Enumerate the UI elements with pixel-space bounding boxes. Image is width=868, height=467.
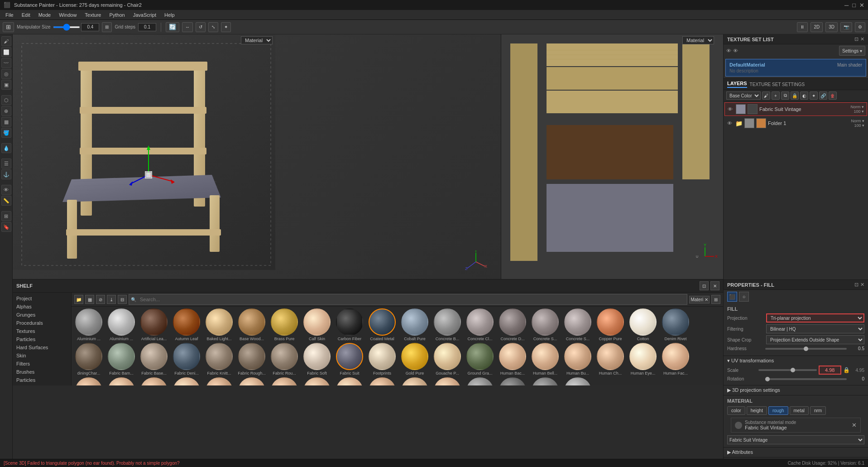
view-cam-button[interactable]: 📷: [840, 22, 852, 32]
transform2-button[interactable]: ⊕: [1, 106, 11, 116]
scale-slider[interactable]: [758, 369, 817, 371]
shelf-material-item[interactable]: Carbon Fiber: [334, 308, 365, 341]
viewport-3d[interactable]: Material Y X Z: [13, 34, 501, 279]
anchor-button[interactable]: ⚓: [1, 169, 11, 179]
shelf-material-item[interactable]: Human For...: [106, 377, 137, 385]
shelf-material-item[interactable]: Fabric Bam...: [106, 343, 137, 376]
mat-nrm-btn[interactable]: nrm: [810, 406, 826, 415]
shelf-material-item[interactable]: Human Fe...: [73, 377, 104, 385]
shelf-material-item[interactable]: Fabric Suit: [334, 343, 365, 376]
shelf-category-alphas[interactable]: Alphas: [13, 303, 71, 311]
mat-color-btn[interactable]: color: [727, 406, 745, 415]
shelf-material-item[interactable]: Human No...: [334, 377, 365, 385]
shelf-material-item[interactable]: Concrete Cl...: [465, 308, 495, 341]
shelf-material-item[interactable]: Human Bu...: [562, 343, 593, 376]
mat-metal-btn[interactable]: metal: [790, 406, 809, 415]
channel-select[interactable]: Base Color: [726, 91, 761, 100]
shelf-material-item[interactable]: Fabric Deni...: [171, 343, 202, 376]
shelf-category-filters[interactable]: Filters: [13, 360, 71, 368]
shelf-category-tools[interactable]: Tools: [13, 384, 71, 385]
shelf-material-item[interactable]: Fabric Knitt...: [204, 343, 235, 376]
scale-input[interactable]: [819, 366, 841, 375]
shelf-category-particles2[interactable]: Particles: [13, 376, 71, 384]
layer-folder-visibility-icon[interactable]: 👁: [727, 120, 734, 126]
shelf-material-item[interactable]: Human Wri...: [432, 377, 463, 385]
shelf-material-item[interactable]: Fabric Soft: [302, 343, 332, 376]
menu-edit[interactable]: Edit: [18, 11, 34, 19]
menu-file[interactable]: File: [2, 11, 17, 19]
shelf-material-item[interactable]: Human Mo...: [236, 377, 267, 385]
color-picker-button[interactable]: 💧: [1, 143, 11, 153]
shelf-category-brushes[interactable]: Brushes: [13, 368, 71, 376]
filtering-select[interactable]: Bilinear | HQ: [766, 324, 864, 333]
tab-texture-set-settings[interactable]: TEXTURE SET SETTINGS: [750, 82, 805, 87]
fill-tool-button[interactable]: ▣: [1, 80, 11, 90]
layer-mask-btn[interactable]: ◐: [800, 91, 808, 100]
snap-button[interactable]: 🔄: [166, 22, 179, 32]
close-button[interactable]: ✕: [859, 2, 864, 9]
2d-canvas[interactable]: Y X U Material: [501, 34, 723, 279]
texture-set-view2-btn[interactable]: 👁: [733, 48, 738, 53]
manipulator-size-slider[interactable]: [53, 26, 80, 28]
menu-javascript[interactable]: JavaScript: [129, 11, 160, 19]
shelf-material-item[interactable]: Ground Gra...: [465, 343, 495, 376]
texture-set-settings-btn[interactable]: Settings ▾: [839, 46, 865, 56]
extra-button[interactable]: ⊞: [1, 211, 11, 221]
shelf-material-item[interactable]: Human Leg...: [204, 377, 235, 385]
maximize-button[interactable]: □: [852, 2, 856, 9]
shelf-material-item[interactable]: Gouache P...: [432, 343, 463, 376]
eraser-tool-button[interactable]: ⬜: [1, 47, 11, 57]
view-options-button[interactable]: 👁: [1, 185, 11, 195]
transform-tool-button[interactable]: ⊞: [3, 22, 14, 32]
shelf-material-item[interactable]: diningChar...: [73, 343, 104, 376]
scale-tool-button[interactable]: ⤡: [208, 22, 218, 32]
grid-options-button[interactable]: ⊞: [102, 22, 112, 32]
substance-mode-select[interactable]: Fabric Suit Vintage: [727, 435, 864, 444]
texture-set-view1-btn[interactable]: 👁: [726, 48, 731, 53]
shelf-material-item[interactable]: Footprints: [367, 343, 398, 376]
smudge-tool-button[interactable]: 〰: [1, 58, 11, 68]
layer-delete-btn[interactable]: 🗑: [829, 91, 837, 100]
mat-rough-btn[interactable]: rough: [768, 406, 788, 415]
shelf-material-item[interactable]: Artificial Lea...: [139, 308, 169, 341]
shelf-material-item[interactable]: Baked Light...: [204, 308, 235, 341]
universal-tool-button[interactable]: ✦: [221, 22, 231, 32]
extra2-button[interactable]: 🔖: [1, 222, 11, 232]
shelf-material-item[interactable]: Human Bell...: [530, 343, 561, 376]
shelf-material-item[interactable]: Concrete S...: [530, 308, 561, 341]
shelf-material-item[interactable]: Gold Pure: [399, 343, 430, 376]
viewport3d-mode-selector[interactable]: Material: [241, 36, 273, 44]
shelf-material-item[interactable]: Iron Chain...: [497, 377, 528, 385]
shelf-category-procedurals[interactable]: Procedurals: [13, 319, 71, 327]
shelf-material-item[interactable]: Coated Metal: [367, 308, 398, 341]
shelf-material-item[interactable]: Calf Skin: [302, 308, 332, 341]
shelf-material-item[interactable]: Fabric Rou...: [269, 343, 300, 376]
mat-height-btn[interactable]: height: [747, 406, 767, 415]
manipulator-size-input[interactable]: [81, 23, 99, 31]
rotate-button[interactable]: ↺: [196, 22, 206, 32]
polygon-fill-button[interactable]: ▦: [1, 117, 11, 127]
shelf-material-item[interactable]: Denim Rivet: [660, 308, 691, 341]
shelf-material-item[interactable]: Aluminium ...: [106, 308, 137, 341]
layer-add-btn[interactable]: +: [772, 91, 780, 100]
texture-set-close-btn[interactable]: ✕: [860, 36, 864, 42]
shelf-category-textures[interactable]: Textures: [13, 327, 71, 335]
shelf-material-item[interactable]: Human Ne...: [269, 377, 300, 385]
substance-remove-btn[interactable]: ✕: [852, 422, 857, 428]
settings-button[interactable]: ⚙: [855, 22, 865, 32]
shelf-material-item[interactable]: Concrete S...: [562, 308, 593, 341]
shelf-material-item[interactable]: Human Ch...: [595, 343, 626, 376]
rotation-slider[interactable]: [765, 378, 847, 380]
texture-set-item-default[interactable]: DefaultMaterial Main shader No descripti…: [725, 59, 866, 77]
paint-bucket-button[interactable]: 🪣: [1, 128, 11, 138]
pause-button[interactable]: ⏸: [797, 22, 808, 32]
shelf-material-item[interactable]: Brass Pure: [269, 308, 300, 341]
properties-maximize-btn[interactable]: ⊡: [854, 282, 858, 288]
selection-tool-button[interactable]: ⬡: [1, 95, 11, 105]
shelf-material-item[interactable]: Cobalt Pure: [399, 308, 430, 341]
shelf-material-item[interactable]: Human He...: [171, 377, 202, 385]
shelf-material-item[interactable]: Human Eye...: [628, 343, 658, 376]
menu-window[interactable]: Window: [55, 11, 80, 19]
shelf-material-item[interactable]: Human For...: [139, 377, 169, 385]
layer-effect-btn[interactable]: ✦: [810, 91, 818, 100]
